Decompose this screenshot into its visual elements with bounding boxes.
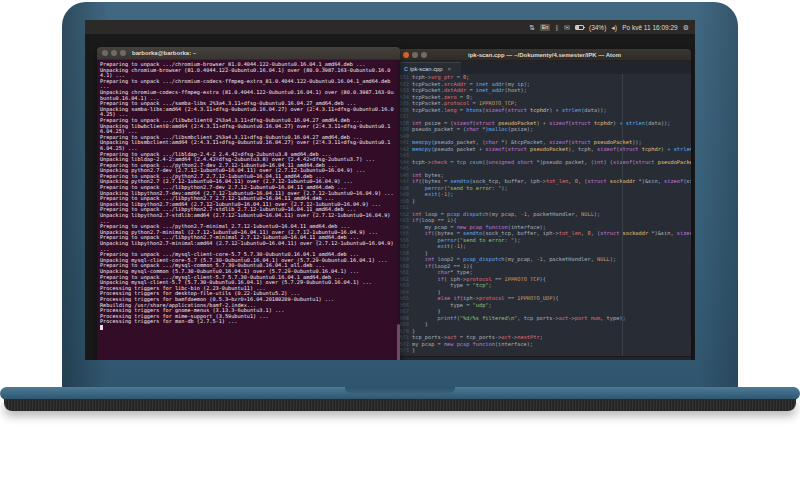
maximize-button[interactable] [120, 50, 126, 56]
desktop: ipk-scan.cpp — ~/Dokumenty/4.semester/IP… [85, 34, 695, 360]
status-item-fetch[interactable]: Fetch [576, 359, 596, 360]
status-item-git-0-[interactable]: Git (0) [631, 359, 652, 360]
status-file-path[interactable]: 2.projekt/ipk-scan.cpp [403, 359, 457, 360]
status-right-group: LFUTF-8C++masterFetchGitHubGit (0)1 upda… [497, 359, 686, 360]
volume-icon[interactable]: ◂) [611, 24, 617, 31]
close-button[interactable] [102, 50, 108, 56]
laptop-bottom-edge [4, 399, 796, 411]
unity-top-panel: ⇅ En ᛒ ✉ (34%) ◂) Po kvě 11 16:09:29 ⚙ [85, 20, 695, 34]
tab-label: ipk-scan.cpp [410, 66, 443, 72]
terminal-line: Unpacking libsmbclient:amd64 (2:4.3.11+d… [100, 140, 396, 151]
clock[interactable]: Po kvě 11 16:09:29 [622, 24, 678, 31]
status-item-lf[interactable]: LF [497, 359, 503, 360]
terminal-titlebar[interactable]: barborka@barborka: ~ [97, 47, 400, 60]
atom-titlebar[interactable]: ipk-scan.cpp — ~/Dokumenty/4.semester/IP… [398, 49, 691, 61]
laptop-lid: ⇅ En ᛒ ✉ (34%) ◂) Po kvě 11 16:09:29 ⚙ [62, 2, 738, 388]
tab-close-icon[interactable]: × [448, 66, 452, 72]
terminal-cursor [100, 325, 103, 330]
screen: ⇅ En ᛒ ✉ (34%) ◂) Po kvě 11 16:09:29 ⚙ [85, 20, 695, 360]
atom-tab-bar: C ipk-scan.cpp × [398, 61, 691, 74]
laptop-lid-notch [345, 387, 455, 394]
status-item-github[interactable]: GitHub [602, 359, 625, 360]
atom-window-title: ipk-scan.cpp — ~/Dokumenty/4.semester/IP… [398, 52, 691, 58]
status-item-1-update[interactable]: 1 update [659, 359, 686, 360]
terminal-scrollbar[interactable] [397, 60, 400, 360]
cpp-file-icon: C [404, 66, 408, 72]
minimize-button[interactable] [111, 50, 117, 56]
mail-icon[interactable]: ✉ [564, 24, 570, 31]
code-editor[interactable]: 531tcph->urg_ptr = 0;532tcpPacket.srcAdd… [398, 74, 691, 356]
battery-percent: (34%) [589, 24, 606, 31]
status-item-master[interactable]: master [548, 359, 571, 360]
wrap-guide [622, 74, 623, 356]
network-icon[interactable]: ⇅ [529, 24, 535, 31]
status-cursor-position[interactable]: 1:1 [463, 359, 471, 360]
status-item-c-[interactable]: C++ [531, 359, 541, 360]
laptop-mockup: ⇅ En ᛒ ✉ (34%) ◂) Po kvě 11 16:09:29 ⚙ [0, 0, 800, 477]
tab-ipk-scan-cpp[interactable]: C ipk-scan.cpp × [399, 62, 461, 74]
terminal-window: barborka@barborka: ~ Preparing to unpack… [97, 47, 400, 360]
session-gear-icon[interactable]: ⚙ [683, 24, 689, 31]
atom-status-bar: 2.projekt/ipk-scan.cpp 1:1 LFUTF-8C++mas… [398, 356, 691, 360]
terminal-title: barborka@barborka: ~ [132, 50, 196, 56]
line-number: 573 [398, 347, 412, 354]
battery-icon[interactable] [575, 25, 584, 30]
status-item-utf-8[interactable]: UTF-8 [510, 359, 526, 360]
atom-window: ipk-scan.cpp — ~/Dokumenty/4.semester/IP… [398, 49, 691, 360]
keyboard-layout-indicator[interactable]: En [540, 24, 550, 31]
code-line: 573} [398, 347, 691, 354]
terminal-output[interactable]: Preparing to unpack .../chromium-browser… [97, 60, 400, 360]
bluetooth-icon[interactable]: ᛒ [555, 24, 559, 31]
